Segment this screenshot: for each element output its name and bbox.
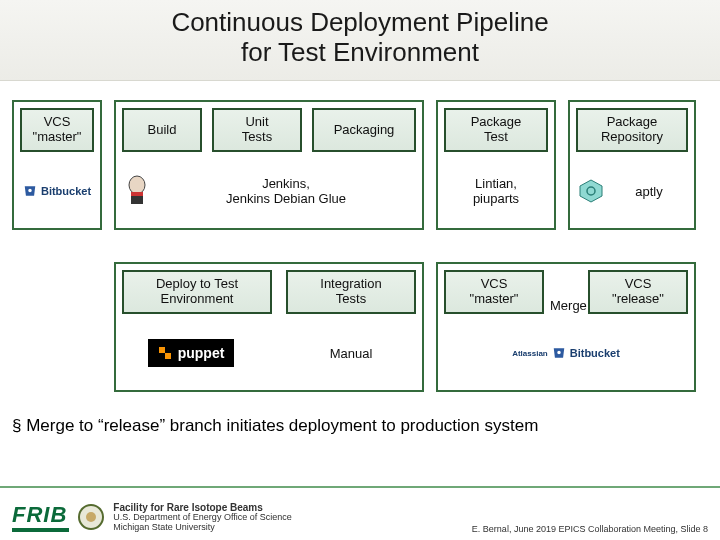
frib-logo: FRIB: [12, 502, 69, 532]
tool-lintian-piuparts: Lintian, piuparts: [438, 164, 554, 218]
slide-title-bar: Continuous Deployment Pipeline for Test …: [0, 0, 720, 81]
tool-jenkins-label: Jenkins, Jenkins Debian Glue: [156, 164, 416, 218]
slide-title: Continuous Deployment Pipeline for Test …: [0, 8, 720, 68]
box-build: Build: [122, 108, 202, 152]
svg-rect-2: [131, 192, 143, 196]
doe-seal-icon: [77, 503, 105, 531]
title-line-1: Continuous Deployment Pipeline: [171, 7, 548, 37]
svg-rect-5: [159, 347, 165, 353]
footer-right: E. Bernal, June 2019 EPICS Collaboration…: [472, 524, 708, 540]
jenkins-icon: [122, 164, 152, 218]
svg-point-8: [86, 512, 96, 522]
box-integration-tests: Integration Tests: [286, 270, 416, 314]
group-deploy: Deploy to Test Environment Integration T…: [114, 262, 424, 392]
group-build: Build Unit Tests Packaging Jenkins, Jenk…: [114, 100, 424, 230]
title-line-2: for Test Environment: [241, 37, 479, 67]
facility-line-1: Facility for Rare Isotope Beams: [113, 502, 291, 513]
footer-left: FRIB Facility for Rare Isotope Beams U.S…: [12, 502, 292, 533]
group-package-test: Package Test Lintian, piuparts: [436, 100, 556, 230]
facility-text: Facility for Rare Isotope Beams U.S. Dep…: [113, 502, 291, 533]
aptly-icon: [576, 164, 606, 218]
tool-bitbucket-2: Atlassian Bitbucket: [438, 326, 694, 380]
pipeline-row-1: VCS "master" Bitbucket Build Unit Tests …: [12, 100, 708, 230]
group-vcs-master: VCS "master" Bitbucket: [12, 100, 102, 230]
group-vcs-merge: VCS "master" VCS "release" Merge Atlassi…: [436, 262, 696, 392]
bitbucket-icon: Atlassian Bitbucket: [512, 346, 620, 360]
box-package-repo: Package Repository: [576, 108, 688, 152]
tool-aptly-label: aptly: [610, 164, 688, 218]
group-package-repo: Package Repository aptly: [568, 100, 696, 230]
merge-label: Merge: [550, 298, 587, 313]
pipeline-row-2: Deploy to Test Environment Integration T…: [12, 262, 708, 392]
box-vcs-master-2: VCS "master": [444, 270, 544, 314]
bitbucket-label: Bitbucket: [41, 185, 91, 197]
box-unit-tests: Unit Tests: [212, 108, 302, 152]
puppet-icon: puppet: [136, 326, 246, 380]
box-vcs-release: VCS "release": [588, 270, 688, 314]
svg-point-0: [129, 176, 145, 194]
facility-line-3: Michigan State University: [113, 523, 291, 533]
footer: FRIB Facility for Rare Isotope Beams U.S…: [0, 486, 720, 540]
svg-marker-3: [580, 180, 602, 202]
box-packaging: Packaging: [312, 108, 416, 152]
bitbucket-label: Bitbucket: [570, 347, 620, 359]
box-package-test: Package Test: [444, 108, 548, 152]
box-vcs-master: VCS "master": [20, 108, 94, 152]
svg-rect-6: [165, 353, 171, 359]
atlassian-label: Atlassian: [512, 349, 548, 358]
tool-bitbucket: Bitbucket: [14, 164, 100, 218]
bitbucket-icon: Bitbucket: [23, 184, 91, 198]
tool-manual-label: Manual: [286, 326, 416, 380]
box-deploy-test-env: Deploy to Test Environment: [122, 270, 272, 314]
bullet-text: Merge to “release” branch initiates depl…: [12, 416, 708, 436]
